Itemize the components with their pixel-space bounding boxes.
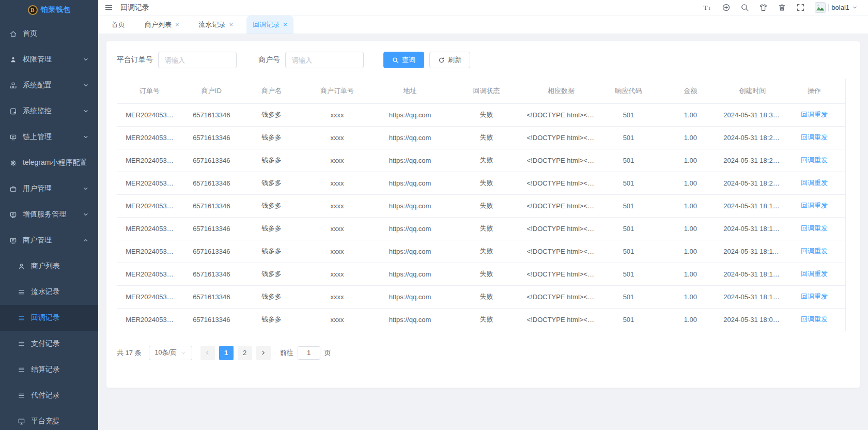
- sidebar-item[interactable]: 用户管理: [0, 176, 98, 202]
- chevron-down-icon: [83, 56, 89, 63]
- table-cell: 1.00: [659, 149, 721, 172]
- fullscreen-icon[interactable]: [796, 3, 805, 12]
- callback-resend-link[interactable]: 回调重发: [801, 315, 828, 323]
- page-button[interactable]: 2: [238, 346, 252, 360]
- sidebar-subitem[interactable]: 结算记录: [0, 357, 98, 382]
- username-label: bolai1: [831, 4, 849, 11]
- font-size-icon[interactable]: TT: [703, 3, 712, 12]
- close-icon[interactable]: ×: [283, 21, 287, 28]
- table-row: MER2024053…6571613346钱多多xxxxhttps://qq.c…: [117, 263, 845, 285]
- sidebar-subitem[interactable]: 平台充提: [0, 408, 98, 430]
- sidebar-subitem[interactable]: 流水记录: [0, 279, 98, 305]
- sidebar-item-label: 系统配置: [23, 81, 52, 90]
- sidebar-item[interactable]: 首页: [0, 21, 98, 47]
- chevron-right-icon: [260, 350, 266, 356]
- sidebar-item[interactable]: 增值服务管理: [0, 202, 98, 227]
- callback-resend-link[interactable]: 回调重发: [801, 133, 828, 141]
- sidebar-item[interactable]: 系统配置: [0, 72, 98, 98]
- table-cell: 501: [598, 126, 660, 149]
- table-cell: 1.00: [659, 240, 721, 263]
- table-cell: xxxx: [303, 240, 372, 263]
- sidebar-item-label: 首页: [23, 29, 37, 38]
- tab[interactable]: 商户列表×: [138, 16, 185, 34]
- table-cell: 6571613346: [182, 240, 241, 263]
- app-root: B 铂莱钱包 首页权限管理系统配置系统监控链上管理telegram小程序配置用户…: [0, 0, 868, 430]
- callback-resend-link[interactable]: 回调重发: [801, 247, 828, 255]
- board-icon: [9, 133, 17, 141]
- sidebar-subitem[interactable]: 商户列表: [0, 253, 98, 279]
- table-row: MER2024053…6571613346钱多多xxxxhttps://qq.c…: [117, 217, 845, 240]
- table-cell: 失败: [448, 103, 525, 126]
- table-cell: <!DOCTYPE html><ht…: [525, 217, 598, 240]
- search-icon[interactable]: [740, 3, 749, 12]
- sidebar: B 铂莱钱包 首页权限管理系统配置系统监控链上管理telegram小程序配置用户…: [0, 0, 98, 430]
- prev-page-button[interactable]: [200, 346, 215, 360]
- sidebar-item[interactable]: 权限管理: [0, 47, 98, 72]
- search-button[interactable]: 查询: [383, 52, 424, 68]
- table-cell: 1.00: [659, 263, 721, 285]
- table-cell: 失败: [448, 149, 525, 172]
- table-cell: https://qq.com: [371, 194, 448, 217]
- page-size-select[interactable]: 10条/页: [149, 346, 192, 360]
- callback-resend-link[interactable]: 回调重发: [801, 202, 828, 209]
- callback-resend-link[interactable]: 回调重发: [801, 111, 828, 118]
- merchant-no-input[interactable]: [285, 52, 364, 68]
- tab[interactable]: 流水记录×: [193, 16, 240, 34]
- table-cell: xxxx: [303, 172, 372, 194]
- refresh-button[interactable]: 刷新: [429, 52, 470, 68]
- table-cell: MER2024053…: [117, 217, 182, 240]
- sidebar-subitem[interactable]: 支付记录: [0, 331, 98, 357]
- circle-plus-icon[interactable]: [722, 3, 731, 12]
- column-header: 订单号: [117, 79, 182, 103]
- table-cell: 回调重发: [783, 126, 845, 149]
- hamburger-icon[interactable]: [104, 3, 113, 12]
- sidebar-subitem[interactable]: 回调记录: [0, 305, 98, 331]
- table-cell: MER2024053…: [117, 308, 182, 331]
- sidebar-subitem-label: 支付记录: [31, 339, 60, 348]
- table-cell: 1.00: [659, 172, 721, 194]
- callback-resend-link[interactable]: 回调重发: [801, 224, 828, 232]
- callback-resend-link[interactable]: 回调重发: [801, 156, 828, 164]
- table-cell: 钱多多: [241, 126, 303, 149]
- column-header: 创建时间: [721, 79, 783, 103]
- tab[interactable]: 首页: [105, 16, 131, 34]
- next-page-button[interactable]: [256, 346, 271, 360]
- column-header: 回调状态: [448, 79, 525, 103]
- table-cell: MER2024053…: [117, 263, 182, 285]
- sidebar-item[interactable]: 系统监控: [0, 98, 98, 124]
- divider: [828, 4, 829, 11]
- close-icon[interactable]: ×: [229, 21, 234, 28]
- tab[interactable]: 回调记录×: [246, 16, 293, 34]
- table-cell: 6571613346: [182, 217, 241, 240]
- sidebar-item[interactable]: telegram小程序配置: [0, 150, 98, 176]
- briefcase-icon: [9, 185, 17, 193]
- sidebar-subitem-label: 回调记录: [31, 313, 60, 323]
- goto-page-input[interactable]: [298, 346, 320, 360]
- trash-icon[interactable]: [778, 3, 786, 12]
- sidebar-item-label: telegram小程序配置: [23, 158, 87, 167]
- platform-order-input[interactable]: [158, 52, 237, 68]
- table-row: MER2024053…6571613346钱多多xxxxhttps://qq.c…: [117, 285, 845, 308]
- close-icon[interactable]: ×: [175, 21, 179, 28]
- table-cell: xxxx: [303, 285, 372, 308]
- table-cell: xxxx: [303, 194, 372, 217]
- callback-resend-link[interactable]: 回调重发: [801, 293, 828, 300]
- list-icon: [18, 392, 25, 400]
- filter-form: 平台订单号 商户号 查询 刷新: [117, 52, 849, 68]
- sidebar-item[interactable]: 商户管理: [0, 227, 98, 253]
- svg-text:T: T: [704, 4, 708, 11]
- callback-resend-link[interactable]: 回调重发: [801, 270, 828, 278]
- page-button[interactable]: 1: [219, 346, 234, 360]
- sidebar-subitem[interactable]: 代付记录: [0, 382, 98, 408]
- sidebar-item[interactable]: 链上管理: [0, 124, 98, 150]
- monitor-icon: [9, 108, 17, 115]
- table-cell: 失败: [448, 172, 525, 194]
- table-cell: <!DOCTYPE html><ht…: [525, 126, 598, 149]
- table-cell: MER2024053…: [117, 240, 182, 263]
- table-cell: 钱多多: [241, 149, 303, 172]
- user-menu[interactable]: bolai1: [815, 2, 858, 13]
- chevron-down-icon: [83, 211, 89, 218]
- table-cell: 2024-05-31 18:21:41: [721, 172, 783, 194]
- callback-resend-link[interactable]: 回调重发: [801, 179, 828, 187]
- theme-shirt-icon[interactable]: [759, 3, 768, 12]
